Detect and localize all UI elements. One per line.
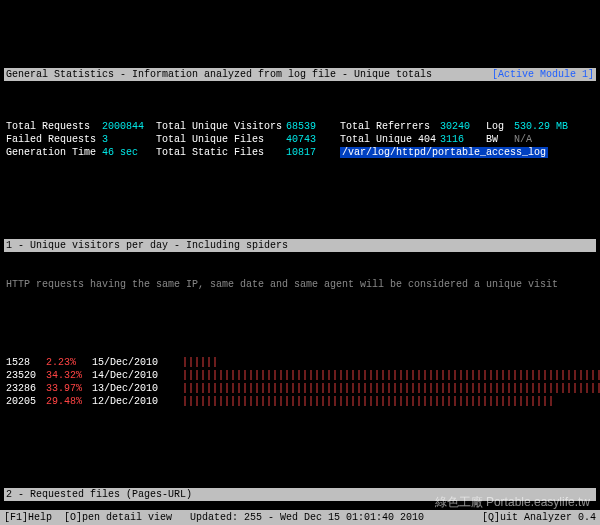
section-1-sub: HTTP requests having the same IP, same d…	[4, 278, 596, 291]
table-row[interactable]: 2020529.48%12/Dec/2010||||||||||||||||||…	[4, 395, 596, 408]
footer-right: [Q]uit Analyzer 0.4	[482, 511, 596, 524]
table-row[interactable]: 2352034.32%14/Dec/2010||||||||||||||||||…	[4, 369, 596, 382]
active-module-label: [Active Module 1]	[492, 68, 594, 81]
section-1-rows: 15282.23%15/Dec/2010||||||2352034.32%14/…	[4, 356, 596, 408]
section-1-header[interactable]: 1 - Unique visitors per day - Including …	[4, 239, 596, 252]
table-row[interactable]: 2328633.97%13/Dec/2010||||||||||||||||||…	[4, 382, 596, 395]
footer-left: [F1]Help [O]pen detail view Updated: 255…	[4, 512, 424, 523]
top-title: General Statistics - Information analyze…	[6, 69, 432, 80]
general-stats: Total Requests2000844Total Unique Visito…	[4, 120, 596, 159]
watermark: 綠色工廠 Portable.easylife.tw	[435, 496, 590, 509]
table-row[interactable]: 15282.23%15/Dec/2010||||||	[4, 356, 596, 369]
status-bar: [F1]Help [O]pen detail view Updated: 255…	[0, 510, 600, 525]
top-header: General Statistics - Information analyze…	[4, 68, 596, 81]
